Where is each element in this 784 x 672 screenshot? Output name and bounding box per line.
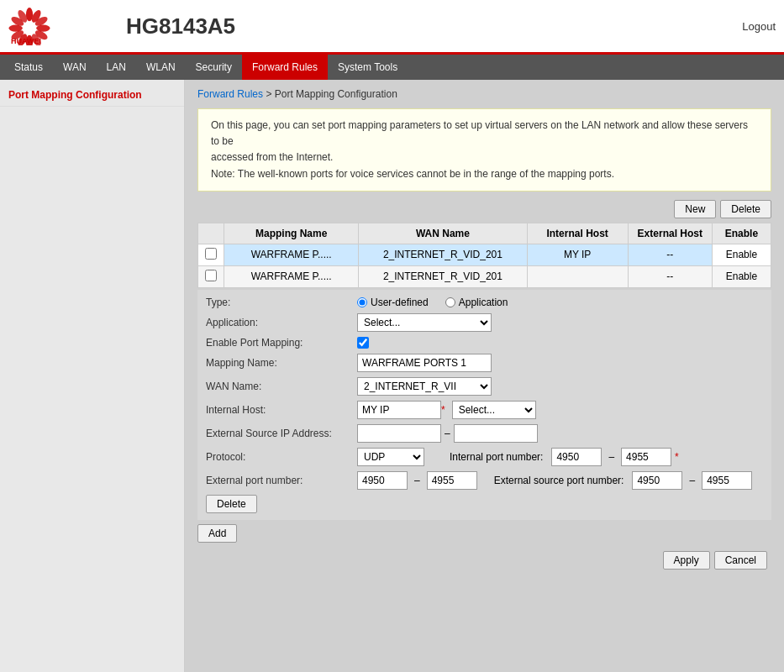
- ext-source-port-dash: –: [689, 475, 695, 486]
- delete-row-button[interactable]: Delete: [206, 495, 257, 513]
- internal-host-required: *: [441, 404, 445, 416]
- breadcrumb: Forward Rules > Port Mapping Configurati…: [197, 88, 771, 100]
- type-user-defined-label[interactable]: User-defined: [357, 297, 429, 308]
- ext-source-port-from[interactable]: [632, 471, 682, 490]
- internal-port-label: Internal port number:: [450, 451, 543, 463]
- nav-lan[interactable]: LAN: [97, 55, 136, 80]
- row1-checkbox[interactable]: [205, 248, 217, 260]
- nav-system-tools[interactable]: System Tools: [328, 55, 408, 80]
- type-application-label[interactable]: Application: [445, 297, 508, 308]
- row1-enable: Enable: [712, 244, 771, 265]
- sidebar-item-port-mapping[interactable]: Port Mapping Configuration: [0, 84, 184, 107]
- svg-text:HUAWEI: HUAWEI: [11, 37, 41, 45]
- internal-port-from[interactable]: [551, 448, 602, 466]
- external-source-ip-row: External Source IP Address: –: [206, 424, 763, 443]
- internal-host-row: Internal Host: * Select...: [206, 401, 763, 419]
- table-row[interactable]: WARFRAME P..... 2_INTERNET_R_VID_201 -- …: [198, 265, 771, 287]
- row1-wan-name[interactable]: 2_INTERNET_R_VID_201: [359, 244, 527, 265]
- form-section: Type: User-defined Application Applicati…: [197, 290, 771, 520]
- protocol-internal-port-row: Protocol: UDP TCP Internal port number: …: [206, 448, 763, 466]
- enable-port-mapping-label: Enable Port Mapping:: [206, 337, 357, 349]
- type-user-defined-radio[interactable]: [357, 297, 367, 307]
- internal-host-label: Internal Host:: [206, 404, 357, 416]
- external-port-label: External port number:: [206, 475, 357, 486]
- row2-mapping-name[interactable]: WARFRAME P.....: [224, 265, 359, 287]
- nav-wlan[interactable]: WLAN: [136, 55, 186, 80]
- col-header-internal-host: Internal Host: [527, 223, 628, 244]
- wan-name-label: WAN Name:: [206, 381, 357, 392]
- row1-check[interactable]: [198, 244, 224, 265]
- huawei-logo: HUAWEI: [8, 8, 50, 45]
- logout-button[interactable]: Logout: [742, 20, 776, 33]
- navigation-bar: Status WAN LAN WLAN Security Forward Rul…: [0, 55, 784, 80]
- wan-name-select[interactable]: 2_INTERNET_R_VII: [357, 377, 492, 396]
- breadcrumb-separator: >: [266, 88, 274, 100]
- row1-external-host: --: [628, 244, 712, 265]
- info-line1: On this page, you can set port mapping p…: [211, 119, 748, 147]
- ext-source-port-to[interactable]: [702, 471, 752, 490]
- type-radio-group: User-defined Application: [357, 297, 508, 308]
- delete-button[interactable]: Delete: [720, 200, 771, 218]
- table-row[interactable]: WARFRAME P..... 2_INTERNET_R_VID_201 MY …: [198, 244, 771, 265]
- cancel-button[interactable]: Cancel: [714, 551, 767, 570]
- protocol-select[interactable]: UDP TCP: [357, 448, 424, 466]
- external-source-ip-label: External Source IP Address:: [206, 428, 357, 439]
- external-port-from[interactable]: [357, 471, 408, 490]
- row2-external-host: --: [628, 265, 712, 287]
- mapping-name-input[interactable]: [357, 354, 492, 372]
- type-row: Type: User-defined Application: [206, 297, 763, 308]
- row2-checkbox[interactable]: [205, 270, 217, 281]
- wan-name-row: WAN Name: 2_INTERNET_R_VII: [206, 377, 763, 396]
- external-port-to[interactable]: [427, 471, 477, 490]
- enable-port-mapping-checkbox[interactable]: [357, 337, 369, 349]
- device-name: HG8143A5: [126, 13, 235, 39]
- col-header-enable: Enable: [712, 223, 771, 244]
- row2-internal-host[interactable]: [527, 265, 628, 287]
- external-port-dash: –: [414, 475, 420, 486]
- add-button[interactable]: Add: [197, 524, 237, 543]
- application-select[interactable]: Select...: [357, 313, 492, 332]
- type-user-defined-text: User-defined: [371, 297, 429, 308]
- breadcrumb-parent[interactable]: Forward Rules: [197, 88, 263, 100]
- mapping-name-row: Mapping Name:: [206, 354, 763, 372]
- internal-host-input[interactable]: [357, 401, 441, 419]
- enable-port-mapping-row: Enable Port Mapping:: [206, 337, 763, 349]
- col-header-check: [198, 223, 224, 244]
- add-row-area: Add: [197, 524, 771, 543]
- protocol-label: Protocol:: [206, 451, 357, 463]
- logout-area: Logout: [742, 20, 776, 33]
- mapping-name-label: Mapping Name:: [206, 357, 357, 369]
- apply-button[interactable]: Apply: [663, 551, 710, 570]
- internal-host-select[interactable]: Select...: [452, 401, 536, 419]
- new-button[interactable]: New: [674, 200, 716, 218]
- type-application-text: Application: [459, 297, 508, 308]
- col-header-mapping-name: Mapping Name: [224, 223, 359, 244]
- info-box: On this page, you can set port mapping p…: [197, 108, 771, 192]
- external-source-ip-from[interactable]: [357, 424, 441, 443]
- nav-forward-rules[interactable]: Forward Rules: [242, 55, 328, 80]
- ext-source-port-label: External source port number:: [494, 475, 624, 486]
- internal-port-to[interactable]: [621, 448, 671, 466]
- external-port-row: External port number: – External source …: [206, 471, 763, 490]
- table-controls: New Delete: [197, 200, 771, 218]
- form-actions: Apply Cancel: [197, 551, 771, 570]
- row2-check[interactable]: [198, 265, 224, 287]
- page-layout: Port Mapping Configuration Forward Rules…: [0, 80, 784, 672]
- internal-port-dash: –: [608, 451, 614, 463]
- type-application-radio[interactable]: [445, 297, 455, 307]
- row1-mapping-name[interactable]: WARFRAME P.....: [224, 244, 359, 265]
- nav-security[interactable]: Security: [186, 55, 242, 80]
- row1-internal-host[interactable]: MY IP: [527, 244, 628, 265]
- nav-wan[interactable]: WAN: [53, 55, 97, 80]
- mapping-table: Mapping Name WAN Name Internal Host Exte…: [197, 223, 771, 288]
- external-port-group: –: [357, 471, 477, 490]
- nav-status[interactable]: Status: [4, 55, 53, 80]
- row2-wan-name[interactable]: 2_INTERNET_R_VID_201: [359, 265, 527, 287]
- row-actions: Delete: [206, 495, 763, 513]
- type-label: Type:: [206, 297, 357, 308]
- row2-enable: Enable: [712, 265, 771, 287]
- info-line2: accessed from the Internet.: [211, 151, 333, 163]
- sidebar: Port Mapping Configuration: [0, 80, 185, 672]
- external-source-ip-to[interactable]: [454, 424, 538, 443]
- main-content: Forward Rules > Port Mapping Configurati…: [185, 80, 784, 672]
